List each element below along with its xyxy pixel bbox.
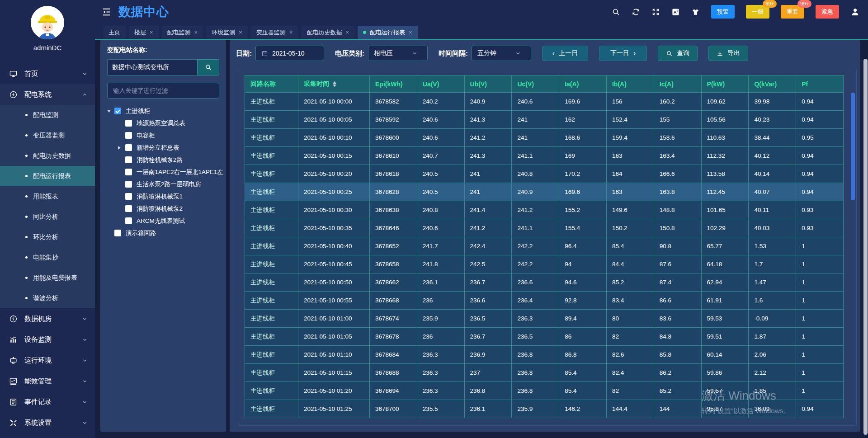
tab-close-icon[interactable]: × xyxy=(194,29,198,35)
tree-node-一层南1APE2右一层北1APE1左[interactable]: 一层南1APE2右一层北1APE1左 xyxy=(107,166,219,178)
tree-node-ARCM无线表测试[interactable]: ARCM无线表测试 xyxy=(107,215,219,227)
tree-node-消防喷淋机械泵2[interactable]: 消防喷淋机械泵2 xyxy=(107,203,219,215)
sidebar-item-系统设置[interactable]: 系统设置 xyxy=(0,412,95,433)
sidebar-item-能效管理[interactable]: 能效管理 xyxy=(0,371,95,391)
sidebar-item-数据机房[interactable]: 数据机房 xyxy=(0,308,95,329)
table-row[interactable]: 主进线柜2021-05-10 01:153678688236.3237236.8… xyxy=(245,364,844,382)
table-row[interactable]: 主进线柜2021-05-10 00:353678646240.6241.2241… xyxy=(245,219,844,237)
checkbox-checked[interactable] xyxy=(114,108,121,114)
page-scrollbar[interactable] xyxy=(863,59,868,435)
sidebar-subitem-同比分析[interactable]: 同比分析 xyxy=(0,207,95,227)
checkbox-unchecked[interactable] xyxy=(125,193,132,200)
tree-node-消防栓机械泵2路[interactable]: 消防栓机械泵2路 xyxy=(107,154,219,166)
tree-node-生活水泵2路一层弱电房[interactable]: 生活水泵2路一层弱电房 xyxy=(107,178,219,190)
sidebar-item-运行环境[interactable]: 运行环境 xyxy=(0,350,95,371)
table-row[interactable]: 主进线柜2021-05-10 00:053678592240.6241.3241… xyxy=(245,111,844,129)
sidebar-subitem-配电监测[interactable]: 配电监测 xyxy=(0,105,95,125)
tab-配电运行报表[interactable]: 配电运行报表× xyxy=(358,26,418,39)
tab-close-icon[interactable]: × xyxy=(150,29,153,35)
menu-collapse-icon[interactable] xyxy=(101,7,112,17)
table-row[interactable]: 主进线柜2021-05-10 00:003678582240.2240.9240… xyxy=(245,93,844,111)
station-input[interactable] xyxy=(107,59,197,75)
checkbox-unchecked[interactable] xyxy=(125,181,132,188)
tab-close-icon[interactable]: × xyxy=(289,29,293,35)
checkbox-unchecked[interactable] xyxy=(125,169,132,175)
table-row[interactable]: 主进线柜2021-05-10 00:303678638240.8241.4241… xyxy=(245,201,844,219)
caret-down-icon[interactable] xyxy=(107,110,114,113)
sidebar-subitem-电能集抄[interactable]: 电能集抄 xyxy=(0,247,95,268)
checkbox-unchecked[interactable] xyxy=(114,230,121,236)
checkbox-unchecked[interactable] xyxy=(125,132,132,139)
tree-filter-input[interactable] xyxy=(107,83,219,99)
sidebar-subitem-环比分析[interactable]: 环比分析 xyxy=(0,227,95,247)
checkbox-unchecked[interactable] xyxy=(125,205,132,212)
chevron-up-icon xyxy=(82,92,88,98)
prev-day-button[interactable]: ‹ 上一日 xyxy=(542,46,588,61)
table-row[interactable]: 主进线柜2021-05-10 01:053678678236236.7236.5… xyxy=(245,328,844,346)
sidebar-item-首页[interactable]: 首页 xyxy=(0,63,95,84)
tab-close-icon[interactable]: × xyxy=(409,29,412,35)
tab-环境监测[interactable]: 环境监测× xyxy=(206,26,248,39)
tree-node-主进线柜[interactable]: 主进线柜 xyxy=(107,105,219,117)
checkbox-unchecked[interactable] xyxy=(125,217,132,224)
table-row[interactable]: 主进线柜2021-05-10 01:203678694236.3236.8236… xyxy=(245,382,844,400)
alarm-button-一般[interactable]: 一般99+ xyxy=(746,5,769,19)
table-row[interactable]: 主进线柜2021-05-10 01:003678674235.9236.5236… xyxy=(245,310,844,328)
tree-node-新增分立柜总表[interactable]: 新增分立柜总表 xyxy=(107,141,219,154)
sidebar-subitem-配电运行报表[interactable]: 配电运行报表 xyxy=(0,166,95,186)
table-row[interactable]: 主进线柜2021-05-10 01:253678700235.5236.1235… xyxy=(245,400,844,418)
tab-楼层[interactable]: 楼层× xyxy=(129,26,159,39)
station-search-button[interactable] xyxy=(197,59,219,75)
alarm-button-紧急[interactable]: 紧急 xyxy=(816,5,839,19)
table-row[interactable]: 主进线柜2021-05-10 00:153678610240.7241.3241… xyxy=(245,147,844,165)
tab-close-icon[interactable]: × xyxy=(239,29,242,35)
tree-node-电容柜[interactable]: 电容柜 xyxy=(107,129,219,141)
tab-主页[interactable]: 主页 xyxy=(103,26,126,39)
sidebar-subitem-谐波分析[interactable]: 谐波分析 xyxy=(0,288,95,308)
interval-select[interactable]: 五分钟 xyxy=(472,46,531,61)
theme-icon[interactable] xyxy=(691,8,700,16)
column-header-采集时间[interactable]: 采集时间 xyxy=(298,75,370,93)
sidebar-subitem-配电历史数据[interactable]: 配电历史数据 xyxy=(0,146,95,166)
fullscreen-icon[interactable] xyxy=(651,8,660,16)
checkbox-unchecked[interactable] xyxy=(125,120,132,127)
table-row[interactable]: 主进线柜2021-05-10 00:453678658241.8242.5242… xyxy=(245,255,844,273)
table-row[interactable]: 主进线柜2021-05-10 00:403678652241.7242.4242… xyxy=(245,237,844,255)
tree-node-演示箱回路[interactable]: 演示箱回路 xyxy=(107,227,219,239)
sidebar-subitem-变压器监测[interactable]: 变压器监测 xyxy=(0,125,95,146)
alarm-button-预警[interactable]: 预警 xyxy=(711,5,735,19)
sidebar-subitem-用能报表[interactable]: 用能报表 xyxy=(0,186,95,207)
voltage-select[interactable]: 相电压 xyxy=(368,46,428,61)
query-button[interactable]: 查询 xyxy=(658,46,698,61)
sidebar-subitem-用能及电费报表[interactable]: 用能及电费报表 xyxy=(0,268,95,288)
search-icon[interactable] xyxy=(612,8,620,16)
tab-配电监测[interactable]: 配电监测× xyxy=(162,26,203,39)
sidebar-item-设备监测[interactable]: 设备监测 xyxy=(0,329,95,350)
table-scrollbar-thumb[interactable] xyxy=(851,93,855,200)
sidebar-item-配电系统[interactable]: 配电系统 xyxy=(0,84,95,105)
avatar[interactable] xyxy=(31,6,64,39)
sidebar-item-事件记录[interactable]: 事件记录 xyxy=(0,391,95,412)
date-picker[interactable]: 2021-05-10 xyxy=(255,46,324,61)
checkbox-unchecked[interactable] xyxy=(125,156,132,163)
translate-icon[interactable]: A文 xyxy=(671,8,680,16)
alarm-button-重要[interactable]: 重要99+ xyxy=(781,5,804,19)
sort-icon[interactable] xyxy=(333,81,336,87)
tab-配电历史数据[interactable]: 配电历史数据× xyxy=(301,26,354,39)
table-row[interactable]: 主进线柜2021-05-10 00:203678618240.5241240.8… xyxy=(245,165,844,183)
table-row[interactable]: 主进线柜2021-05-10 00:503678662236.1236.7236… xyxy=(245,273,844,292)
tree-node-地源热泵空调总表[interactable]: 地源热泵空调总表 xyxy=(107,117,219,129)
table-row[interactable]: 主进线柜2021-05-10 01:103678684236.3236.9236… xyxy=(245,346,844,364)
refresh-icon[interactable] xyxy=(632,8,640,16)
next-day-button[interactable]: 下一日 › xyxy=(599,46,647,61)
tab-close-icon[interactable]: × xyxy=(345,29,349,35)
tab-变压器监测[interactable]: 变压器监测× xyxy=(251,26,298,39)
caret-right-icon[interactable] xyxy=(118,146,125,150)
checkbox-unchecked[interactable] xyxy=(125,144,132,151)
table-row[interactable]: 主进线柜2021-05-10 00:103678600240.6241.2241… xyxy=(245,129,844,147)
tree-node-消防喷淋机械泵1[interactable]: 消防喷淋机械泵1 xyxy=(107,190,219,203)
export-button[interactable]: 导出 xyxy=(708,46,748,61)
table-row[interactable]: 主进线柜2021-05-10 00:253678628240.5241240.9… xyxy=(245,183,844,201)
user-icon[interactable] xyxy=(850,7,860,17)
table-row[interactable]: 主进线柜2021-05-10 00:553678668236236.6236.4… xyxy=(245,292,844,310)
